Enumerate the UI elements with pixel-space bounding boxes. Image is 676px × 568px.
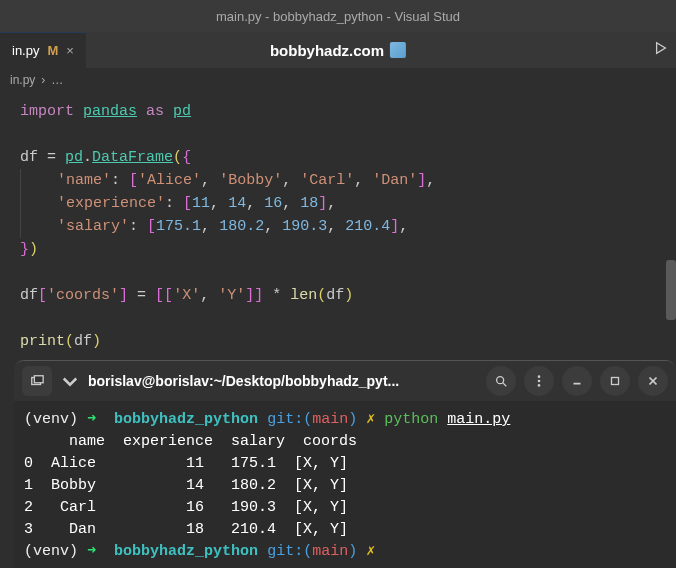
minimize-icon[interactable] [562,366,592,396]
breadcrumb-sep: › [41,73,45,87]
code-line [20,123,656,146]
breadcrumb-file: in.py [10,73,35,87]
tabs-row: in.py M × bobbyhadz.com [0,32,676,68]
tab-main-py[interactable]: in.py M × [0,32,86,68]
code-line: 'name': ['Alice', 'Bobby', 'Carl', 'Dan'… [20,169,656,192]
breadcrumb[interactable]: in.py › … [0,68,676,92]
svg-point-5 [538,380,541,383]
run-icon[interactable] [654,41,668,59]
header-title: bobbyhadz.com [270,42,406,59]
editor-scrollbar[interactable] [666,92,676,360]
terminal-header: borislav@borislav:~/Desktop/bobbyhadz_py… [14,361,676,401]
search-icon[interactable] [486,366,516,396]
code-editor[interactable]: import pandas as pd df = pd.DataFrame({ … [0,92,676,361]
code-line: print(df) [20,330,656,353]
scrollbar-thumb[interactable] [666,260,676,320]
menu-icon[interactable] [524,366,554,396]
chevron-down-icon[interactable] [60,366,80,396]
code-line: df['coords'] = [['X', 'Y']] * len(df) [20,284,656,307]
close-icon[interactable]: × [66,43,74,58]
svg-point-2 [497,377,504,384]
code-line: import pandas as pd [20,100,656,123]
window-title: main.py - bobbyhadz_python - Visual Stud [216,9,460,24]
maximize-icon[interactable] [600,366,630,396]
tab-filename: in.py [12,43,39,58]
svg-point-4 [538,375,541,378]
terminal-panel: borislav@borislav:~/Desktop/bobbyhadz_py… [14,360,676,568]
cube-icon [390,42,406,58]
code-line: }) [20,238,656,261]
close-window-icon[interactable] [638,366,668,396]
code-line: 'experience': [11, 14, 16, 18], [20,192,656,215]
code-line: df = pd.DataFrame({ [20,146,656,169]
tab-modified-marker: M [47,43,58,58]
code-line: 'salary': [175.1, 180.2, 190.3, 210.4], [20,215,656,238]
svg-line-3 [503,383,507,387]
code-line [20,261,656,284]
terminal-output[interactable]: (venv) ➜ bobbyhadz_python git:(main) ✗ p… [14,401,676,568]
svg-rect-1 [34,376,43,383]
svg-point-6 [538,384,541,387]
window-title-bar: main.py - bobbyhadz_python - Visual Stud [0,0,676,32]
svg-rect-8 [612,378,619,385]
breadcrumb-rest: … [51,73,63,87]
terminal-new-tab-icon[interactable] [22,366,52,396]
code-line [20,307,656,330]
terminal-title: borislav@borislav:~/Desktop/bobbyhadz_py… [88,373,478,389]
